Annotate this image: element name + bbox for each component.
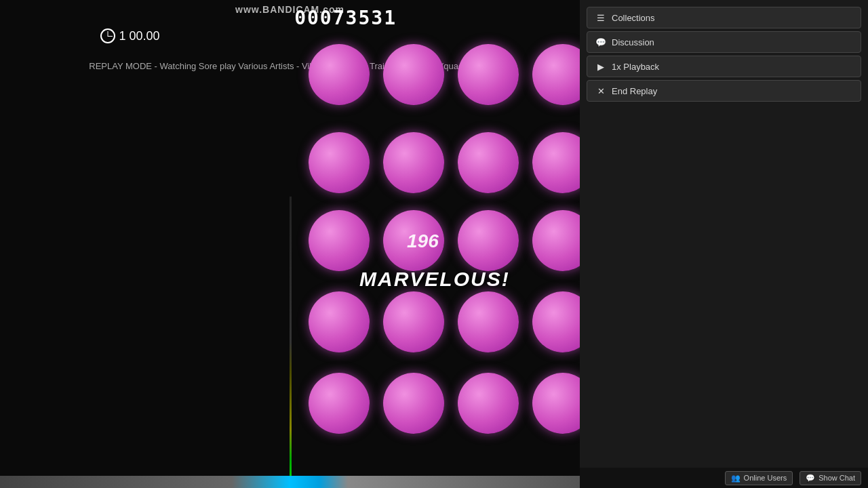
- circle: [458, 210, 519, 271]
- collections-button[interactable]: ☰ Collections: [587, 7, 861, 28]
- judgment-text: MARVELOUS!: [359, 268, 510, 291]
- circle: [383, 44, 444, 105]
- circles-row-2: [309, 132, 593, 193]
- bottom-bar: 👥 Online Users 💬 Show Chat: [580, 468, 868, 488]
- discussion-button[interactable]: 💬 Discussion: [587, 31, 861, 53]
- timer-value: 1 00.00: [119, 29, 160, 43]
- circles-row-4: [309, 291, 593, 352]
- hit-score: 196: [407, 230, 439, 252]
- circle: [309, 291, 370, 352]
- circles-row-3: [309, 210, 593, 271]
- chat-icon: 💬: [806, 474, 815, 483]
- end-replay-button[interactable]: ✕ End Replay: [587, 80, 861, 102]
- progress-bar: [0, 476, 580, 488]
- playback-button[interactable]: ▶ 1x Playback: [587, 56, 861, 77]
- timer-area: 1 00.00: [100, 28, 160, 43]
- discussion-icon: 💬: [595, 37, 606, 47]
- circle: [309, 132, 370, 193]
- menu-buttons: ☰ Collections 💬 Discussion ▶ 1x Playback…: [580, 0, 868, 105]
- circle: [458, 132, 519, 193]
- circle: [383, 373, 444, 434]
- online-users-icon: 👥: [731, 474, 741, 483]
- playback-icon: ▶: [595, 61, 606, 72]
- progress-bar-container: [0, 476, 580, 488]
- circle: [383, 291, 444, 352]
- collections-icon: ☰: [595, 12, 606, 23]
- timeline-bar: [290, 197, 292, 488]
- circles-row-5: [309, 373, 593, 434]
- timer-icon: [100, 28, 115, 43]
- circle: [458, 291, 519, 352]
- circle: [458, 373, 519, 434]
- circle: [309, 44, 370, 105]
- online-users-button[interactable]: 👥 Online Users: [725, 471, 793, 485]
- circle: [309, 373, 370, 434]
- circles-row-1: [309, 44, 593, 105]
- circle: [309, 210, 370, 271]
- show-chat-button[interactable]: 💬 Show Chat: [800, 471, 861, 485]
- game-area: www.BANDICAM.com 1 00.00 REPLAY MODE - W…: [0, 0, 580, 488]
- right-panel: ☰ Collections 💬 Discussion ▶ 1x Playback…: [580, 0, 868, 488]
- online-users-label: Online Users: [744, 474, 787, 482]
- circle: [383, 132, 444, 193]
- show-chat-label: Show Chat: [818, 474, 855, 482]
- score-counter: 00073531: [294, 7, 397, 29]
- end-replay-icon: ✕: [595, 85, 606, 96]
- circle: [458, 44, 519, 105]
